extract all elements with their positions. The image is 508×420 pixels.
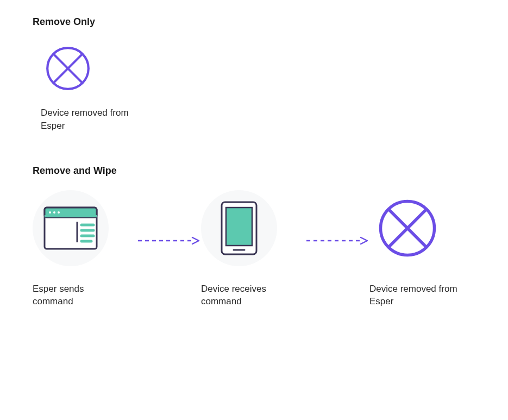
step-esper-sends: Esper sends command	[33, 190, 136, 309]
section-title-remove-only: Remove Only	[33, 16, 475, 28]
cross-circle-icon	[369, 190, 446, 266]
step-label: Device removed from Esper	[369, 283, 462, 309]
step-device-removed: Device removed from Esper	[369, 190, 473, 309]
svg-point-8	[58, 211, 60, 214]
step-row: Esper sends command Device receives comm…	[33, 190, 475, 309]
step-label: Esper sends command	[33, 283, 125, 309]
svg-point-6	[49, 211, 51, 214]
svg-rect-16	[226, 208, 252, 246]
browser-window-icon	[33, 190, 109, 266]
arrow-icon	[304, 203, 369, 279]
svg-point-7	[53, 211, 55, 214]
step-label: Device removed from Esper	[41, 106, 133, 133]
mobile-device-icon	[201, 190, 277, 266]
step-label: Device receives command	[201, 283, 293, 309]
remove-and-wipe-section: Remove and Wipe Esper sends	[33, 165, 475, 309]
arrow-icon	[136, 203, 201, 279]
step-device-receives: Device receives command	[201, 190, 304, 309]
section-title-remove-and-wipe: Remove and Wipe	[33, 165, 475, 177]
cross-circle-icon	[41, 41, 95, 96]
step-removed-only: Device removed from Esper	[33, 41, 136, 133]
svg-rect-5	[45, 215, 97, 217]
remove-only-section: Remove Only Device removed from Esper	[33, 16, 475, 133]
